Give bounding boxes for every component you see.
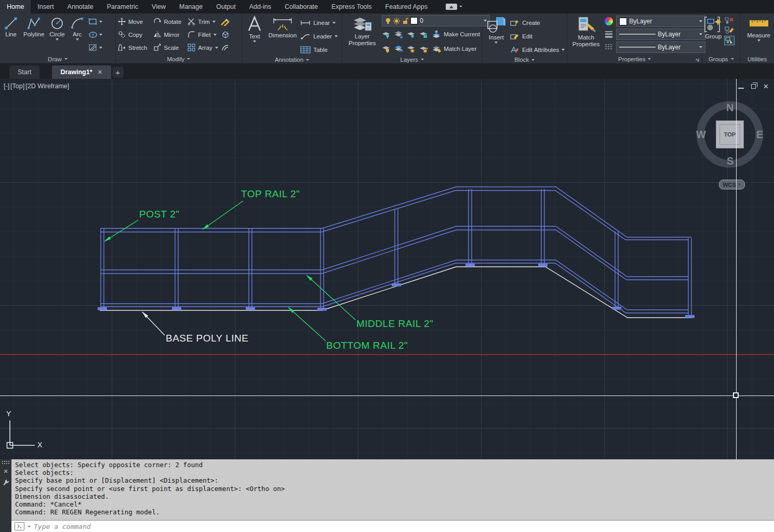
ungroup-icon[interactable] — [724, 17, 735, 24]
text-button[interactable]: Text — [244, 15, 265, 44]
tab-express-tools[interactable]: Express Tools — [325, 0, 379, 13]
tab-view[interactable]: View — [145, 0, 172, 13]
block-panel-label[interactable]: Block — [482, 56, 567, 63]
lineweight-combo[interactable]: ByLayer — [616, 29, 705, 40]
arc-button[interactable]: Arc — [69, 15, 86, 42]
file-tab-close-icon[interactable]: ✕ — [98, 69, 103, 76]
hatch-tool-button[interactable] — [88, 42, 102, 53]
measure-dropdown-caret-icon[interactable] — [757, 39, 760, 42]
leader-button[interactable]: Leader — [300, 30, 338, 43]
viewcube-north[interactable]: N — [726, 102, 733, 114]
insert-dropdown-caret-icon[interactable] — [495, 42, 498, 44]
close-command-window-icon[interactable]: ✕ — [3, 468, 8, 475]
tab-collaborate[interactable]: Collaborate — [278, 0, 325, 13]
group-button[interactable]: Group — [703, 15, 723, 41]
object-color-combo[interactable]: ByLayer — [616, 16, 705, 27]
cad-drawing[interactable] — [0, 79, 774, 459]
tab-manage[interactable]: Manage — [172, 0, 209, 13]
rectangle-tool-button[interactable] — [88, 16, 102, 28]
annotation-panel-label[interactable]: Annotation — [242, 56, 342, 63]
array-dropdown-caret-icon[interactable] — [215, 47, 218, 49]
layer-match-arrow-icon[interactable] — [394, 45, 403, 53]
viewcube-west[interactable]: W — [696, 129, 706, 141]
viewcube-top-face[interactable]: TOP — [716, 120, 744, 148]
rectangle-dropdown-caret-icon[interactable] — [99, 21, 102, 23]
layer-properties-button[interactable]: Layer Properties — [344, 15, 380, 48]
rotate-button[interactable]: Rotate — [153, 15, 181, 28]
fillet-button[interactable]: Fillet — [188, 28, 218, 41]
measure-button[interactable]: Measure — [745, 15, 772, 43]
tab-annotate[interactable]: Annotate — [61, 0, 100, 13]
ellipse-dropdown-caret-icon[interactable] — [99, 34, 102, 36]
dimension-button[interactable]: Dimension — [267, 15, 298, 40]
viewcube-south[interactable]: S — [727, 155, 733, 167]
red-axis-line[interactable] — [0, 354, 774, 355]
stretch-button[interactable]: Stretch — [118, 41, 147, 54]
insert-block-button[interactable]: Insert — [484, 15, 508, 45]
viewport-view-control[interactable]: [Top] — [10, 83, 24, 90]
layer-lock-icon[interactable] — [419, 31, 428, 38]
groups-panel-label[interactable]: Groups — [702, 54, 740, 63]
layer-thaw-all-icon[interactable] — [407, 45, 416, 53]
layer-freeze-icon[interactable] — [407, 31, 416, 38]
layer-select-combo[interactable]: 0 — [382, 15, 490, 26]
copy-button[interactable]: Copy — [118, 28, 147, 41]
tab-parametric[interactable]: Parametric — [100, 0, 145, 13]
layer-unlock-all-icon[interactable] — [419, 45, 428, 53]
file-tab-drawing1[interactable]: Drawing1* ✕ — [52, 65, 111, 79]
layer-unisolate-icon[interactable] — [394, 31, 403, 38]
edit-block-button[interactable]: Edit — [510, 30, 565, 43]
new-drawing-tab-button[interactable]: + — [112, 66, 124, 78]
group-edit-icon[interactable] — [724, 26, 735, 34]
group-selection-toggle-icon[interactable] — [724, 36, 735, 45]
circle-dropdown-caret-icon[interactable] — [56, 38, 59, 40]
tab-home[interactable]: Home — [0, 0, 31, 13]
command-input[interactable]: Type a command — [11, 520, 774, 532]
modify-panel-label[interactable]: Modify — [116, 54, 242, 63]
offset-button[interactable] — [220, 42, 230, 53]
model-space-canvas[interactable]: TOP RAIL 2" POST 2" MIDDLE RAIL 2" BOTTO… — [0, 79, 774, 459]
file-tab-start[interactable]: Start — [9, 65, 39, 79]
circle-button[interactable]: Circle — [48, 15, 66, 42]
create-block-button[interactable]: Create — [510, 16, 565, 29]
trim-button[interactable]: Trim — [188, 15, 218, 28]
hatch-dropdown-caret-icon[interactable] — [99, 47, 102, 49]
utilities-panel-label[interactable]: Utilities — [740, 54, 774, 63]
cad-text-top-rail[interactable]: TOP RAIL 2" — [241, 188, 300, 200]
draw-panel-label[interactable]: Draw — [0, 54, 115, 63]
cad-text-bottom-rail[interactable]: BOTTOM RAIL 2" — [326, 340, 408, 351]
command-window-grip[interactable] — [2, 460, 10, 464]
leader-dropdown-caret-icon[interactable] — [335, 35, 338, 37]
edit-attributes-caret-icon[interactable] — [562, 49, 565, 51]
linetype-combo[interactable]: ByLayer — [616, 42, 705, 53]
linear-dropdown-caret-icon[interactable] — [332, 22, 336, 24]
tab-featured-apps[interactable]: Featured Apps — [379, 0, 434, 13]
properties-expander-icon[interactable] — [695, 58, 699, 62]
viewcube-east[interactable]: E — [756, 129, 763, 141]
scale-button[interactable]: Scale — [153, 41, 181, 54]
viewport-visual-style-control[interactable]: [2D Wireframe] — [25, 83, 69, 90]
restore-drawing-icon[interactable] — [751, 84, 756, 89]
array-button[interactable]: Array — [188, 41, 218, 54]
properties-panel-label[interactable]: Properties — [567, 54, 702, 63]
move-button[interactable]: Move — [118, 15, 147, 28]
cad-text-post[interactable]: POST 2" — [139, 209, 179, 220]
arc-dropdown-caret-icon[interactable] — [76, 38, 79, 40]
wcs-dropdown[interactable]: WCS — [719, 180, 745, 189]
recent-commands-caret-icon[interactable] — [28, 526, 31, 527]
close-drawing-icon[interactable]: ✕ — [763, 83, 769, 90]
text-dropdown-caret-icon[interactable] — [253, 40, 256, 43]
mirror-button[interactable]: Mirror — [153, 28, 181, 41]
ellipse-tool-button[interactable] — [88, 29, 102, 40]
layer-off-icon[interactable] — [382, 45, 391, 53]
layer-isolate-icon[interactable] — [382, 31, 391, 38]
polyline-button[interactable]: Polyline — [22, 15, 46, 39]
line-button[interactable]: Line — [2, 15, 20, 39]
minimize-ribbon-button[interactable] — [446, 4, 457, 10]
customize-wrench-icon[interactable] — [3, 479, 9, 486]
tab-add-ins[interactable]: Add-ins — [243, 0, 278, 13]
viewport-menu-control[interactable]: [-] — [4, 83, 9, 90]
minimize-drawing-icon[interactable] — [738, 88, 744, 89]
tab-insert[interactable]: Insert — [31, 0, 60, 13]
fillet-dropdown-caret-icon[interactable] — [213, 34, 217, 36]
